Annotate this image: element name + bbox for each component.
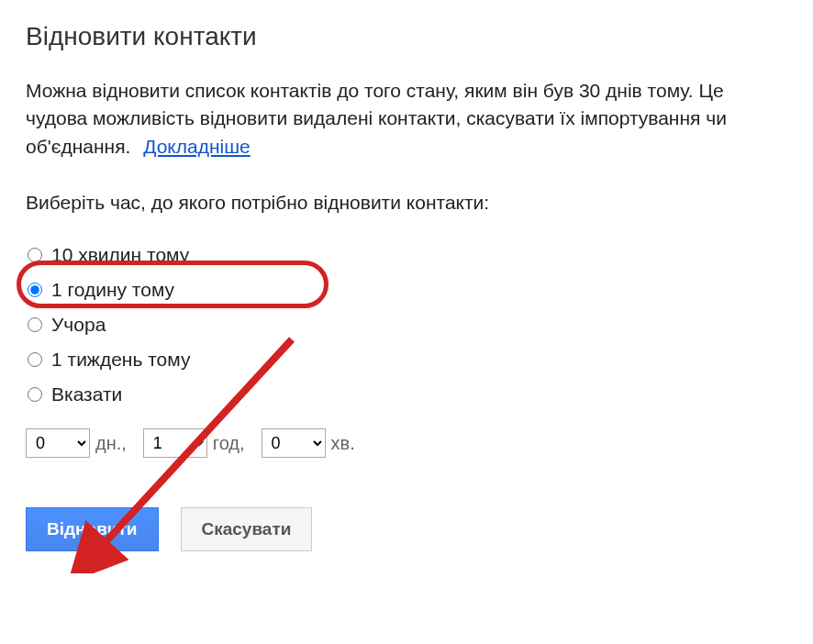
button-row: Відновити Скасувати bbox=[26, 507, 787, 551]
radio-yesterday-label: Учора bbox=[51, 314, 106, 336]
custom-time-row: 0 дн., 1 год, 0 хв. bbox=[26, 428, 787, 458]
radio-option-10min[interactable]: 10 хвилин тому bbox=[26, 238, 787, 272]
radio-custom[interactable] bbox=[28, 387, 42, 402]
minutes-select[interactable]: 0 bbox=[262, 428, 326, 458]
radio-1hour[interactable] bbox=[28, 283, 42, 297]
radio-option-yesterday[interactable]: Учора bbox=[26, 307, 787, 342]
radio-1hour-label: 1 годину тому bbox=[51, 279, 174, 301]
restore-button[interactable]: Відновити bbox=[26, 507, 159, 551]
time-radio-group: 10 хвилин тому 1 годину тому Учора 1 тиж… bbox=[26, 238, 787, 412]
radio-1week[interactable] bbox=[28, 352, 42, 367]
radio-1week-label: 1 тиждень тому bbox=[51, 349, 190, 371]
radio-option-custom[interactable]: Вказати bbox=[26, 377, 787, 412]
description-text: Можна відновити список контактів до того… bbox=[26, 80, 727, 157]
hours-unit-label: год, bbox=[213, 433, 245, 454]
select-time-label: Виберіть час, до якого потрібно відновит… bbox=[26, 192, 787, 214]
minutes-unit-label: хв. bbox=[331, 433, 355, 454]
description-paragraph: Можна відновити список контактів до того… bbox=[26, 77, 787, 161]
page-title: Відновити контакти bbox=[26, 22, 787, 51]
hours-select[interactable]: 1 bbox=[143, 428, 207, 458]
cancel-button[interactable]: Скасувати bbox=[181, 507, 313, 551]
radio-option-1week[interactable]: 1 тиждень тому bbox=[26, 342, 787, 377]
radio-custom-label: Вказати bbox=[51, 383, 122, 405]
radio-10min-label: 10 хвилин тому bbox=[51, 244, 189, 266]
days-unit-label: дн., bbox=[95, 433, 127, 454]
learn-more-link[interactable]: Докладніше bbox=[143, 136, 251, 157]
radio-yesterday[interactable] bbox=[28, 317, 42, 332]
radio-option-1hour[interactable]: 1 годину тому bbox=[26, 272, 787, 307]
days-select[interactable]: 0 bbox=[26, 428, 90, 458]
radio-10min[interactable] bbox=[28, 248, 42, 262]
